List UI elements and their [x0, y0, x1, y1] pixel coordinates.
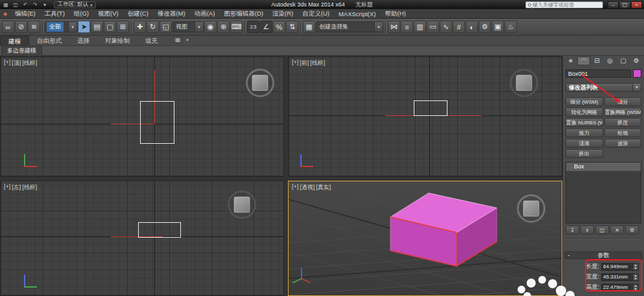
- width-field[interactable]: 45.331mm: [601, 273, 639, 281]
- schematic-view-icon[interactable]: #: [453, 21, 465, 33]
- redo-icon[interactable]: ↷: [31, 1, 39, 8]
- select-and-move-icon[interactable]: ✚: [134, 21, 146, 33]
- select-and-link-icon[interactable]: ∞: [2, 21, 14, 33]
- named-selection-sets-dropdown[interactable]: 创建选择集 ▼: [316, 21, 383, 32]
- snap-toggle-icon[interactable]: 2.5: [247, 21, 259, 33]
- use-pivot-center-icon[interactable]: ◉: [204, 21, 217, 33]
- viewport-shading-label[interactable]: [线框]: [22, 59, 37, 67]
- menu-item-customize[interactable]: 自定义(U): [298, 9, 334, 18]
- viewport-name-label[interactable]: [顶]: [12, 59, 21, 67]
- undo-icon[interactable]: ↶: [21, 1, 29, 8]
- save-icon[interactable]: ◫: [12, 1, 19, 8]
- select-by-name-icon[interactable]: ▤: [91, 21, 103, 33]
- close-button[interactable]: ×: [631, 1, 642, 8]
- modifier-list-dropdown[interactable]: 修改器列表 ▼: [566, 83, 641, 92]
- search-input[interactable]: [532, 2, 601, 8]
- material-editor-icon[interactable]: ◐: [466, 21, 478, 33]
- select-object-icon[interactable]: ➤: [78, 21, 90, 33]
- width-spinner[interactable]: [632, 274, 638, 280]
- menu-item-help[interactable]: 帮助(H): [380, 9, 410, 18]
- dropdown-arrow-icon[interactable]: ▼: [68, 22, 77, 32]
- mirror-icon[interactable]: ⋈: [388, 21, 400, 33]
- utilities-tab-icon[interactable]: ⚙: [630, 56, 643, 65]
- length-field[interactable]: 64.949mm: [601, 263, 639, 271]
- viewcube-cube[interactable]: [233, 196, 250, 213]
- angle-snap-icon[interactable]: ∠: [260, 21, 272, 33]
- menu-item-tools[interactable]: 工具(T): [40, 9, 69, 18]
- object-name-field[interactable]: [566, 69, 631, 78]
- viewport-top[interactable]: [+] [顶] [线框]: [0, 56, 284, 177]
- keyboard-override-icon[interactable]: ⌨: [230, 21, 243, 33]
- select-and-rotate-icon[interactable]: ↻: [147, 21, 159, 33]
- collapse-icon[interactable]: -: [565, 252, 573, 258]
- menu-item-rendering[interactable]: 渲染(R): [268, 9, 298, 18]
- spinner-snap-icon[interactable]: ⇅: [286, 21, 298, 33]
- unlink-selection-icon[interactable]: ⊘: [15, 21, 27, 33]
- menu-item-edit[interactable]: 编辑(E): [10, 9, 40, 18]
- modifier-button-extrude[interactable]: 挤出: [566, 149, 603, 158]
- select-and-manipulate-icon[interactable]: ⊕: [217, 21, 230, 33]
- height-value[interactable]: 22.479mm: [602, 284, 632, 290]
- modifier-button-subdivide-wsm[interactable]: 细分 (WSM): [566, 97, 603, 106]
- viewport-menu-button[interactable]: [+]: [4, 183, 10, 192]
- viewport-name-label[interactable]: [前]: [300, 59, 309, 67]
- maximize-button[interactable]: ▢: [619, 1, 630, 8]
- viewcube[interactable]: [510, 69, 538, 97]
- modifier-button-displace-nurbs-wsm[interactable]: 置换 NURBS (WSM): [566, 118, 603, 127]
- window-crossing-icon[interactable]: ⊞: [117, 21, 129, 33]
- viewport-menu-button[interactable]: [+]: [292, 183, 298, 192]
- make-unique-icon[interactable]: ◫: [595, 225, 609, 234]
- height-field[interactable]: 22.479mm: [601, 284, 639, 291]
- configure-modifier-sets-icon[interactable]: ⚙: [625, 225, 639, 234]
- modifier-button-turn-to-mesh[interactable]: 转化为网格: [566, 108, 603, 117]
- modify-tab-icon[interactable]: ◠: [577, 56, 590, 65]
- length-spinner[interactable]: [632, 264, 638, 270]
- show-end-result-icon[interactable]: ‖: [580, 225, 594, 234]
- viewport-front[interactable]: [+] [前] [线框]: [288, 56, 562, 177]
- modifier-button-ripple[interactable]: 涟漪: [566, 139, 603, 148]
- ribbon-tab-selection[interactable]: 选择: [69, 36, 97, 45]
- remove-modifier-icon[interactable]: ✕: [610, 225, 624, 234]
- length-value[interactable]: 64.949mm: [602, 264, 632, 269]
- bind-to-space-warp-icon[interactable]: ≋: [28, 21, 40, 33]
- modifier-button-push[interactable]: 推力: [566, 128, 603, 137]
- rendered-frame-icon[interactable]: ▣: [492, 21, 504, 33]
- percent-snap-icon[interactable]: %: [273, 21, 285, 33]
- scene-explorer-icon[interactable]: ◆: [0, 11, 10, 17]
- select-and-scale-icon[interactable]: ◱: [160, 21, 172, 33]
- box-wireframe[interactable]: [138, 222, 181, 238]
- height-spinner[interactable]: [632, 284, 638, 291]
- viewport-name-label[interactable]: [透视]: [300, 183, 315, 192]
- render-production-icon[interactable]: ♨: [505, 21, 517, 33]
- menu-item-group[interactable]: 组(G): [69, 9, 93, 18]
- stack-item-box[interactable]: Box: [566, 163, 641, 171]
- ribbon-tab-object-paint[interactable]: 对象绘制: [97, 36, 137, 45]
- menu-item-views[interactable]: 视图(V): [93, 9, 123, 18]
- dropdown-arrow-icon[interactable]: ▼: [195, 22, 203, 32]
- search-icon[interactable]: [528, 3, 531, 6]
- viewport-menu-button[interactable]: [+]: [4, 59, 10, 67]
- workspace-dropdown[interactable]: 工作区: 默认 ▾: [54, 1, 96, 8]
- polygon-modeling-panel-tab[interactable]: 多边形建模: [1, 45, 42, 56]
- pin-stack-icon[interactable]: ↧: [566, 225, 579, 234]
- curve-editor-icon[interactable]: ∿: [440, 21, 452, 33]
- menu-item-modifiers[interactable]: 修改器(M): [153, 9, 190, 18]
- minimize-button[interactable]: –: [608, 1, 619, 8]
- parameters-rollout-header[interactable]: - 参数: [564, 251, 643, 259]
- viewport-shading-label[interactable]: [线框]: [310, 59, 325, 67]
- ribbon-minimize-arrow-icon[interactable]: ▼: [185, 38, 189, 42]
- ribbon-toggle-icon[interactable]: ▭: [427, 21, 439, 33]
- search-box[interactable]: [525, 1, 603, 8]
- modifier-button-relax[interactable]: 松弛: [604, 128, 642, 137]
- viewport-menu-button[interactable]: [+]: [292, 59, 298, 67]
- edit-named-sets-icon[interactable]: ▦: [303, 21, 315, 33]
- box-wireframe[interactable]: [140, 101, 174, 144]
- viewcube-cube[interactable]: [252, 74, 268, 91]
- ribbon-tab-modeling[interactable]: 建模: [0, 36, 29, 45]
- ribbon-tab-populate[interactable]: 填充: [137, 36, 165, 45]
- viewport-left[interactable]: [+] [左] [线框]: [0, 181, 284, 296]
- viewcube-cube[interactable]: [523, 200, 540, 217]
- modifier-stack[interactable]: Box: [566, 162, 641, 223]
- viewport-shading-label[interactable]: [线框]: [22, 183, 37, 192]
- modifier-button-squeeze[interactable]: 挤压: [604, 118, 642, 127]
